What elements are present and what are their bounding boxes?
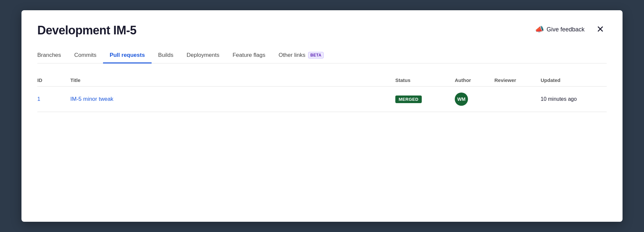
author-avatar: WM xyxy=(455,93,468,106)
give-feedback-button[interactable]: 📣 Give feedback xyxy=(532,24,587,35)
column-header-id: ID xyxy=(37,77,70,83)
modal-header-actions: 📣 Give feedback ✕ xyxy=(532,23,607,35)
column-header-title: Title xyxy=(70,77,395,83)
column-header-author: Author xyxy=(455,77,494,83)
status-badge: MERGED xyxy=(395,96,422,103)
tab-commits[interactable]: Commits xyxy=(68,48,103,63)
column-header-updated: Updated xyxy=(541,77,607,83)
table-row: 1 IM-5 minor tweak MERGED WM 10 minutes … xyxy=(37,87,607,112)
table-header-row: ID Title Status Author Reviewer Updated xyxy=(37,74,607,87)
column-header-reviewer: Reviewer xyxy=(494,77,541,83)
megaphone-icon: 📣 xyxy=(535,25,544,34)
tab-deployments[interactable]: Deployments xyxy=(180,48,226,63)
row-author: WM xyxy=(455,93,494,106)
row-title[interactable]: IM-5 minor tweak xyxy=(70,96,395,102)
other-links-label: Other links xyxy=(278,52,305,58)
row-status: MERGED xyxy=(395,96,455,103)
tab-pull-requests[interactable]: Pull requests xyxy=(103,48,152,63)
modal-title: Development IM-5 xyxy=(37,23,136,37)
modal-panel: Development IM-5 📣 Give feedback ✕ Branc… xyxy=(21,10,623,222)
tab-other-links[interactable]: Other links BETA xyxy=(272,48,330,63)
modal-header: Development IM-5 📣 Give feedback ✕ xyxy=(37,23,607,37)
beta-badge: BETA xyxy=(308,52,324,58)
modal-overlay: Development IM-5 📣 Give feedback ✕ Branc… xyxy=(0,0,644,232)
tabs-navigation: Branches Commits Pull requests Builds De… xyxy=(37,48,607,63)
tab-branches[interactable]: Branches xyxy=(37,48,68,63)
column-header-status: Status xyxy=(395,77,455,83)
tab-builds[interactable]: Builds xyxy=(152,48,180,63)
row-updated: 10 minutes ago xyxy=(541,96,607,102)
row-id[interactable]: 1 xyxy=(37,96,70,102)
close-icon: ✕ xyxy=(596,24,604,34)
close-button[interactable]: ✕ xyxy=(594,23,607,35)
give-feedback-label: Give feedback xyxy=(547,26,585,33)
tab-feature-flags[interactable]: Feature flags xyxy=(226,48,272,63)
pull-requests-table: ID Title Status Author Reviewer Updated … xyxy=(37,74,607,112)
